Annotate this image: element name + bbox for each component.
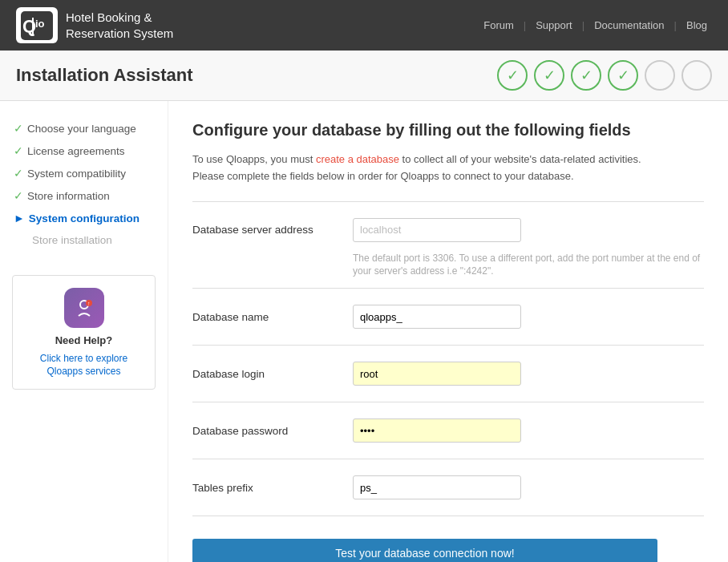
label-db-login: Database login: [192, 368, 353, 380]
step-6: [681, 60, 712, 91]
sidebar-label-2: License agreements: [27, 145, 125, 157]
test-connection-button[interactable]: Test your database connection now!: [192, 539, 657, 562]
form-divider-3: [192, 345, 704, 346]
sidebar-item-store-install: Store installation: [12, 229, 156, 251]
sidebar-label-3: System compatibility: [27, 168, 126, 180]
sidebar-item-license[interactable]: ✓ License agreements: [12, 139, 156, 162]
page-title: Installation Assistant: [16, 65, 192, 86]
documentation-link[interactable]: Documentation: [589, 19, 669, 31]
arrow-icon: ►: [14, 212, 25, 224]
input-db-name[interactable]: [353, 305, 521, 329]
intro-text: To use Qloapps, you must create a databa…: [192, 152, 704, 185]
main-content: Configure your database by filling out t…: [168, 101, 728, 562]
form-row-db-login: Database login: [192, 355, 704, 392]
help-title: Need Help?: [25, 334, 143, 346]
form-row-db-password: Database password: [192, 412, 704, 449]
check-icon-2: ✓: [14, 144, 23, 157]
form-divider-1: [192, 201, 704, 202]
help-icon: ↑: [64, 288, 104, 328]
sidebar: ✓ Choose your language ✓ License agreeme…: [0, 101, 168, 562]
svg-text:Q: Q: [22, 16, 36, 36]
sidebar-item-system-compat[interactable]: ✓ System compatibility: [12, 162, 156, 184]
help-box: ↑ Need Help? Click here to explore Qloap…: [12, 275, 156, 390]
sidebar-item-store-info[interactable]: ✓ Store information: [12, 184, 156, 207]
title-bar: Installation Assistant ✓ ✓ ✓ ✓: [0, 51, 728, 101]
form-divider-2: [192, 288, 704, 289]
sidebar-label-5: System configuration: [29, 212, 140, 224]
input-tables-prefix[interactable]: [353, 475, 521, 499]
blog-link[interactable]: Blog: [681, 19, 712, 31]
check-icon-4: ✓: [14, 189, 23, 202]
header: Q io Hotel Booking & Reservation System …: [0, 0, 728, 51]
content-area: ✓ Choose your language ✓ License agreeme…: [0, 101, 728, 562]
forum-link[interactable]: Forum: [479, 19, 519, 31]
form-row-db-name: Database name: [192, 298, 704, 335]
form-divider-4: [192, 402, 704, 402]
header-nav: Forum | Support | Documentation | Blog: [479, 19, 712, 31]
svg-text:↑: ↑: [87, 301, 91, 306]
check-icon-1: ✓: [14, 122, 23, 135]
sidebar-item-system-config[interactable]: ► System configuration: [12, 207, 156, 229]
create-db-link[interactable]: create a database: [316, 153, 399, 165]
intro-text-2: Please complete the fields below in orde…: [192, 170, 574, 182]
intro-text-1a: To use Qloapps, you must: [192, 153, 316, 165]
section-title: Configure your database by filling out t…: [192, 121, 704, 139]
input-db-password[interactable]: [353, 418, 521, 443]
label-db-password: Database password: [192, 425, 353, 437]
svg-text:io: io: [35, 18, 45, 30]
step-2: ✓: [534, 60, 564, 91]
sidebar-label-4: Store information: [27, 190, 110, 202]
label-db-name: Database name: [192, 311, 353, 323]
step-3: ✓: [571, 60, 601, 91]
hint-db-server: The default port is 3306. To use a diffe…: [353, 252, 704, 279]
sidebar-label-1: Choose your language: [27, 123, 136, 135]
step-1: ✓: [497, 60, 528, 91]
sidebar-label-6: Store installation: [32, 234, 112, 246]
sidebar-item-choose-language[interactable]: ✓ Choose your language: [12, 117, 156, 139]
logo-text: Hotel Booking & Reservation System: [66, 10, 173, 41]
label-db-server: Database server address: [192, 224, 353, 236]
logo-icon: Q io: [16, 7, 58, 43]
intro-text-1b: to collect all of your website's data-re…: [399, 153, 641, 165]
help-explore-link[interactable]: Click here to explore Qloapps services: [40, 353, 127, 377]
step-5: [645, 60, 675, 91]
input-db-login[interactable]: [353, 362, 521, 386]
form-divider-5: [192, 459, 704, 459]
support-link[interactable]: Support: [531, 19, 577, 31]
form-divider-6: [192, 516, 704, 516]
label-tables-prefix: Tables prefix: [192, 482, 353, 494]
main-wrapper: Installation Assistant ✓ ✓ ✓ ✓ ✓ Choose …: [0, 51, 728, 562]
check-icon-3: ✓: [14, 167, 23, 180]
logo: Q io Hotel Booking & Reservation System: [16, 7, 173, 43]
steps-indicator: ✓ ✓ ✓ ✓: [497, 60, 712, 91]
form-row-db-server: Database server address: [192, 212, 704, 249]
form-row-tables-prefix: Tables prefix: [192, 469, 704, 506]
input-db-server[interactable]: [353, 218, 521, 242]
step-4: ✓: [608, 60, 638, 91]
